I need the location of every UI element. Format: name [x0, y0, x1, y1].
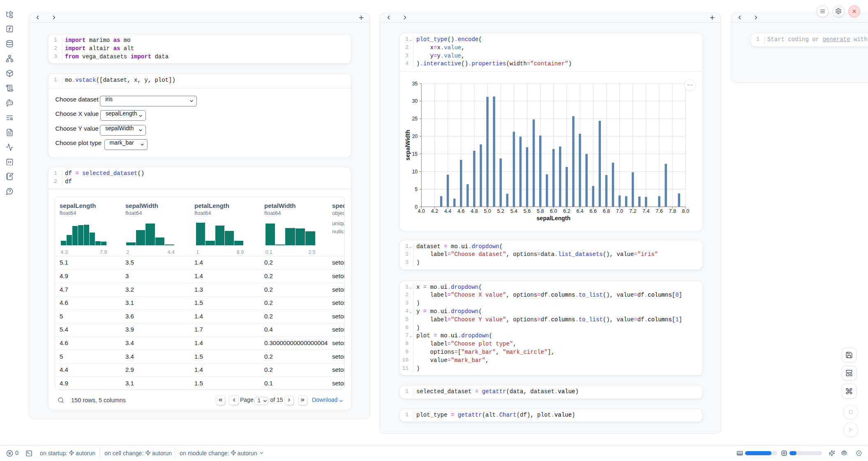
- svg-text:8.0: 8.0: [682, 208, 689, 214]
- svg-text:7.8: 7.8: [669, 208, 676, 214]
- svg-text:4.6: 4.6: [457, 208, 464, 214]
- svg-text:0: 0: [415, 204, 418, 210]
- svg-text:6.0: 6.0: [550, 208, 557, 214]
- svg-text:35: 35: [412, 81, 418, 87]
- svg-text:10: 10: [412, 169, 418, 175]
- svg-text:4.2: 4.2: [431, 208, 438, 214]
- svg-text:5.4: 5.4: [510, 208, 517, 214]
- svg-text:5.6: 5.6: [524, 208, 531, 214]
- svg-text:25: 25: [412, 116, 418, 122]
- svg-text:sepalLength: sepalLength: [537, 215, 570, 221]
- svg-text:5.2: 5.2: [497, 208, 504, 214]
- svg-text:5.8: 5.8: [537, 208, 544, 214]
- svg-text:30: 30: [412, 99, 418, 104]
- svg-text:4.4: 4.4: [444, 208, 451, 214]
- svg-text:6.2: 6.2: [563, 208, 570, 214]
- svg-text:4.8: 4.8: [471, 208, 478, 214]
- svg-text:5.0: 5.0: [484, 208, 491, 214]
- svg-text:4.0: 4.0: [418, 208, 425, 214]
- svg-text:7.6: 7.6: [656, 208, 663, 214]
- svg-text:sepalWidth: sepalWidth: [404, 130, 411, 161]
- svg-text:6.4: 6.4: [576, 208, 583, 214]
- svg-text:6.8: 6.8: [603, 208, 610, 214]
- svg-text:7.2: 7.2: [629, 208, 636, 214]
- svg-text:7.0: 7.0: [616, 208, 623, 214]
- svg-text:7.4: 7.4: [642, 208, 649, 214]
- svg-text:15: 15: [412, 151, 418, 157]
- svg-text:6.6: 6.6: [590, 208, 597, 214]
- svg-text:20: 20: [412, 134, 418, 139]
- svg-text:5: 5: [415, 187, 418, 192]
